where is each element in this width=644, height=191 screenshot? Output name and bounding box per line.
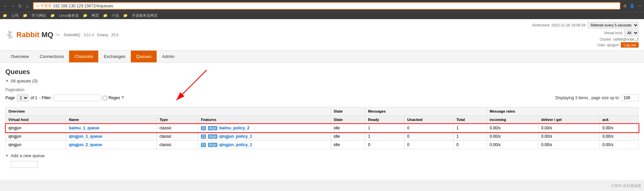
tag-args: Args — [208, 143, 218, 147]
cell-incoming: 0.00/s — [487, 141, 538, 149]
app-container: 🐇 RabbitMQTM RabbitMQ 3.11.4 Erlang 25.0… — [0, 19, 644, 180]
bookmark-linux[interactable]: Linux服务器 — [59, 13, 79, 18]
nav-channels[interactable]: Channels — [69, 51, 98, 62]
cluster-label: Cluster — [600, 37, 611, 41]
cell-ready: 0 — [365, 141, 405, 149]
overview-section-header: Overview — [6, 107, 331, 116]
add-queue-label: Add a new queue — [11, 153, 45, 158]
all-queues-header[interactable]: ▼ All queues (3) — [5, 78, 639, 83]
cell-name[interactable]: qingjun_2_queue — [66, 141, 157, 149]
page-size-input[interactable] — [622, 94, 639, 101]
pagination-controls: Page 1 of 1 - Filter: Regex ? Displaying… — [5, 94, 639, 102]
filter-input[interactable] — [54, 94, 101, 101]
refresh-dropdown[interactable]: Refresh every 5 seconds — [588, 22, 639, 28]
logo: 🐇 RabbitMQTM — [5, 30, 60, 39]
cell-incoming: 0.00/s — [487, 132, 538, 141]
add-queue-header[interactable]: ▼ Add a new queue — [5, 153, 639, 158]
cell-name[interactable]: qingjun_1_queue — [66, 132, 157, 141]
cell-vhost: qingjun — [6, 124, 66, 132]
cell-ack: 0.00/s — [599, 141, 638, 149]
policy-link[interactable]: baimu_policy_2 — [219, 126, 250, 130]
browser-chrome: ← → ↻ ⌂ ⚠ 不安全 192.168.130.129:15672/#/qu… — [0, 0, 644, 12]
add-queue-section: ▼ Add a new queue — [5, 153, 639, 168]
cell-state: idle — [331, 132, 365, 141]
table-row[interactable]: qingjun baimu_1_queue classic D Args bai… — [6, 124, 639, 132]
erlang-label: Erlang — [97, 33, 108, 37]
table-row[interactable]: qingjun qingjun_1_queue classic D Args q… — [6, 132, 639, 141]
virtual-host-label: Virtual host — [604, 31, 622, 35]
regex-text: Regex — [108, 96, 120, 100]
bookmark-folder-icon: 📁 — [3, 13, 7, 18]
cell-name[interactable]: baimu_1_queue — [66, 124, 157, 132]
cell-features: D Args qingjun_policy_1 — [198, 141, 331, 149]
col-ready: Ready — [365, 116, 405, 124]
cell-total: 0 — [453, 141, 487, 149]
nav-queues[interactable]: Queues — [131, 51, 157, 62]
cell-total: 1 — [453, 132, 487, 141]
version-info: RabbitMQ 3.11.4 Erlang 25.0 — [64, 33, 118, 37]
queue-name-link[interactable]: qingjun_1_queue — [69, 134, 102, 139]
page-select[interactable]: 1 — [17, 94, 29, 102]
bookmark-folder-icon5: 📁 — [103, 13, 108, 18]
user-icon: 👤 — [630, 4, 635, 8]
collapse-triangle: ▼ — [5, 79, 9, 83]
cell-total: 1 — [453, 124, 487, 132]
queue-table-body: qingjun baimu_1_queue classic D Args bai… — [6, 124, 639, 149]
refresh-row: Refreshed 2022-12-20 18:05:59 Refresh ev… — [532, 22, 639, 28]
queue-name-link[interactable]: qingjun_2_queue — [69, 142, 102, 147]
nav-overview[interactable]: Overview — [5, 51, 34, 62]
bookmark-learning[interactable]: 学习网站 — [32, 13, 46, 18]
cell-state: idle — [331, 124, 365, 132]
nav-exchanges[interactable]: Exchanges — [98, 51, 130, 62]
col-features: Features — [198, 116, 331, 124]
queue-name-link[interactable]: baimu_1_queue — [69, 126, 99, 130]
bookmark-folder-icon6: 📁 — [123, 13, 128, 18]
bookmark-web[interactable]: 网页 — [92, 13, 99, 18]
table-row[interactable]: qingjun qingjun_2_queue classic D Args q… — [6, 141, 639, 149]
logo-icon: 🐇 — [5, 30, 14, 39]
cell-ack: 0.00/s — [599, 124, 638, 132]
user-label: User — [597, 43, 605, 47]
logo-rabbit: Rabbit — [16, 30, 39, 39]
all-queues-label: All queues (3) — [11, 78, 38, 83]
bookmark-opensource[interactable]: 开源服务器网页 — [132, 13, 158, 18]
regex-checkbox[interactable] — [103, 96, 107, 100]
home-button[interactable]: ⌂ — [25, 3, 30, 9]
logo-area: 🐇 RabbitMQTM RabbitMQ 3.11.4 Erlang 25.0 — [5, 30, 118, 39]
queue-table: Overview State Messages Message rates Vi… — [5, 107, 639, 149]
cell-ready: 1 — [365, 124, 405, 132]
address-bar[interactable]: ⚠ 不安全 192.168.130.129:15672/#/queues — [33, 2, 621, 10]
regex-label[interactable]: Regex ? — [103, 96, 123, 100]
forward-button[interactable]: → — [10, 3, 15, 9]
logo-mq: MQ — [41, 30, 53, 39]
cell-unacked: 0 — [404, 141, 453, 149]
refresh-button[interactable]: ↻ — [17, 3, 23, 9]
more-icon: ⋯ — [637, 4, 641, 8]
cell-deliver-get: 0.00/s — [538, 132, 599, 141]
bookmark-company[interactable]: 公司 — [11, 13, 19, 18]
policy-link[interactable]: qingjun_policy_1 — [219, 134, 252, 139]
add-queue-input[interactable] — [11, 161, 38, 168]
of-label: of 1 — [31, 96, 37, 100]
state-col-header: State — [331, 107, 365, 116]
nav-connections[interactable]: Connections — [34, 51, 69, 62]
logo-tm: TM — [55, 33, 60, 37]
page-title: Queues — [5, 68, 639, 76]
tag-args: Args — [208, 134, 218, 139]
nav-bar: Overview Connections Channels Exchanges … — [0, 51, 644, 63]
col-total: Total — [453, 116, 487, 124]
back-button[interactable]: ← — [3, 3, 8, 9]
cell-deliver-get: 0.00/s — [538, 141, 599, 149]
regex-help: ? — [121, 96, 124, 100]
vhost-select[interactable]: All — [624, 29, 639, 36]
logout-button[interactable]: Log out — [621, 42, 639, 48]
col-state: State — [331, 116, 365, 124]
tag-d: D — [201, 126, 206, 130]
col-virtual-host: Virtual host — [6, 116, 66, 124]
nav-admin[interactable]: Admin — [157, 51, 180, 62]
add-queue-form-placeholder — [11, 161, 639, 168]
header-right: Refreshed 2022-12-20 18:05:59 Refresh ev… — [532, 22, 639, 48]
bookmark-novels[interactable]: 小说 — [112, 13, 119, 18]
tag-d: D — [201, 134, 206, 139]
policy-link[interactable]: qingjun_policy_1 — [219, 142, 252, 147]
